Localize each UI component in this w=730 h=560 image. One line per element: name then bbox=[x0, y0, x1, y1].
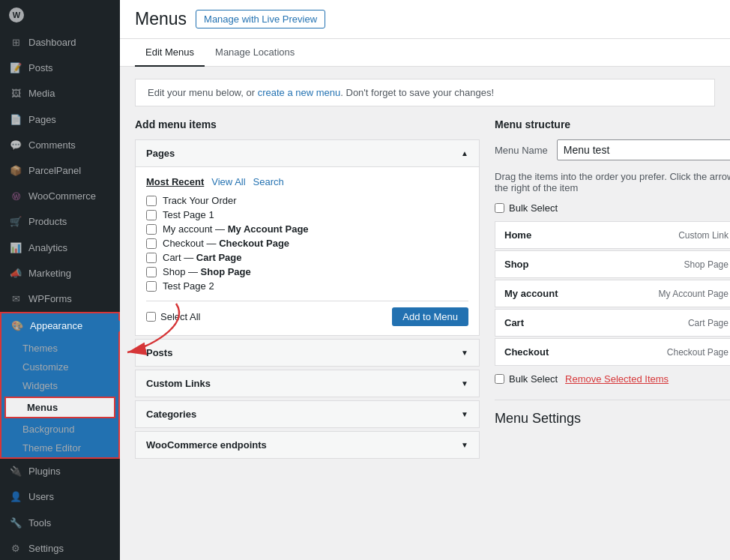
tab-manage-locations[interactable]: Manage Locations bbox=[205, 39, 305, 67]
sidebar: W ⊞ Dashboard 📝 Posts 🖼 Media 📄 Pages 💬 … bbox=[0, 0, 120, 560]
bottom-bulk-select-checkbox[interactable] bbox=[495, 374, 504, 384]
pages-accordion: Pages ▲ Most Recent View All Search Tra bbox=[135, 139, 480, 336]
page-label: Shop — Shop Page bbox=[163, 266, 251, 277]
sidebar-item-label: Products bbox=[28, 215, 67, 229]
pages-accordion-title: Pages bbox=[146, 148, 175, 159]
sidebar-item-pages[interactable]: 📄 Pages bbox=[0, 107, 120, 133]
info-text-after: . Don't forget to save your changes! bbox=[340, 87, 494, 98]
menu-item-cart-right: Cart Page ▼ bbox=[688, 318, 730, 328]
menu-name-label: Menu Name bbox=[495, 145, 548, 156]
custom-links-accordion: Custom Links ▼ bbox=[135, 370, 480, 397]
sidebar-item-comments[interactable]: 💬 Comments bbox=[0, 133, 120, 158]
tab-search[interactable]: Search bbox=[253, 176, 284, 187]
bottom-bulk-select-label[interactable]: Bulk Select bbox=[495, 373, 558, 385]
sidebar-item-tools[interactable]: 🔧 Tools bbox=[0, 511, 120, 536]
sidebar-item-media[interactable]: 🖼 Media bbox=[0, 81, 120, 106]
select-all-checkbox[interactable] bbox=[146, 312, 156, 322]
menu-settings-title: Menu Settings bbox=[495, 400, 730, 427]
info-bar: Edit your menu below, or create a new me… bbox=[135, 79, 715, 106]
create-menu-link[interactable]: create a new menu bbox=[258, 87, 341, 98]
sidebar-item-label: Tools bbox=[28, 517, 51, 530]
top-bulk-select-label[interactable]: Bulk Select bbox=[495, 202, 558, 214]
list-item[interactable]: Checkout — Checkout Page bbox=[146, 238, 468, 249]
sidebar-item-label: Media bbox=[28, 87, 55, 100]
sidebar-sub-menus-wrapper: Menus bbox=[4, 397, 115, 418]
sidebar-item-users[interactable]: 👤 Users bbox=[0, 484, 120, 510]
menu-item-my-account: My account My Account Page ▼ bbox=[495, 280, 730, 307]
sidebar-sub-widgets[interactable]: Widgets bbox=[1, 376, 118, 395]
woocommerce-accordion: WooCommerce endpoints ▼ bbox=[135, 431, 480, 459]
wp-logo: W bbox=[0, 0, 120, 30]
menu-item-my-account-right: My Account Page ▼ bbox=[659, 289, 730, 299]
page-checkbox-test-page-1[interactable] bbox=[146, 210, 157, 220]
sidebar-item-wpforms[interactable]: ✉ WPForms bbox=[0, 286, 120, 312]
add-to-menu-button[interactable]: Add to Menu bbox=[392, 307, 468, 326]
menu-item-checkout-right: Checkout Page ▼ bbox=[667, 347, 730, 358]
menu-item-shop-right: Shop Page ▼ bbox=[684, 259, 730, 270]
woo-icon: Ⓦ bbox=[9, 190, 22, 203]
page-label: My account — My Account Page bbox=[163, 223, 309, 235]
sidebar-item-dashboard[interactable]: ⊞ Dashboard bbox=[0, 30, 120, 55]
page-label: Checkout — Checkout Page bbox=[163, 238, 289, 249]
select-all-label[interactable]: Select All bbox=[146, 311, 200, 322]
woocommerce-accordion-header[interactable]: WooCommerce endpoints ▼ bbox=[136, 432, 479, 458]
sidebar-item-analytics[interactable]: 📊 Analytics bbox=[0, 235, 120, 261]
sidebar-item-appearance[interactable]: 🎨 Appearance bbox=[1, 313, 118, 339]
top-bulk-select-checkbox[interactable] bbox=[495, 203, 504, 213]
tab-most-recent[interactable]: Most Recent bbox=[146, 176, 204, 187]
woocommerce-chevron-down-icon: ▼ bbox=[461, 441, 468, 449]
list-item[interactable]: My account — My Account Page bbox=[146, 223, 468, 235]
comments-icon: 💬 bbox=[9, 139, 22, 152]
posts-accordion-header[interactable]: Posts ▼ bbox=[136, 340, 479, 366]
list-item[interactable]: Track Your Order bbox=[146, 195, 468, 206]
page-checkbox-test-page-2[interactable] bbox=[146, 281, 157, 292]
wp-icon: W bbox=[9, 7, 24, 22]
list-item[interactable]: Shop — Shop Page bbox=[146, 266, 468, 277]
posts-accordion: Posts ▼ bbox=[135, 339, 480, 367]
categories-chevron-down-icon: ▼ bbox=[461, 410, 468, 418]
sidebar-item-label: WPForms bbox=[28, 292, 72, 306]
remove-selected-link[interactable]: Remove Selected Items bbox=[565, 373, 669, 385]
custom-links-title: Custom Links bbox=[146, 378, 211, 389]
drag-hint: Drag the items into the order you prefer… bbox=[495, 171, 730, 193]
sidebar-sub-menus[interactable]: Menus bbox=[6, 398, 114, 417]
main-content: Menus Manage with Live Preview Edit Menu… bbox=[120, 0, 730, 560]
list-item[interactable]: Test Page 2 bbox=[146, 280, 468, 292]
sidebar-item-settings[interactable]: ⚙ Settings bbox=[0, 536, 120, 560]
page-checkbox-my-account[interactable] bbox=[146, 224, 157, 235]
sidebar-item-posts[interactable]: 📝 Posts bbox=[0, 55, 120, 81]
sidebar-item-marketing[interactable]: 📣 Marketing bbox=[0, 261, 120, 286]
pages-accordion-body: Most Recent View All Search Track Your O… bbox=[136, 167, 479, 335]
sidebar-sub-themes[interactable]: Themes bbox=[1, 339, 118, 358]
page-checkbox-cart[interactable] bbox=[146, 253, 157, 263]
list-item[interactable]: Test Page 1 bbox=[146, 209, 468, 220]
sidebar-sub-customize[interactable]: Customize bbox=[1, 358, 118, 376]
sidebar-item-plugins[interactable]: 🔌 Plugins bbox=[0, 459, 120, 484]
page-checkbox-track-order[interactable] bbox=[146, 196, 157, 206]
list-item[interactable]: Cart — Cart Page bbox=[146, 252, 468, 263]
posts-chevron-down-icon: ▼ bbox=[461, 349, 468, 357]
categories-accordion-header[interactable]: Categories ▼ bbox=[136, 401, 479, 427]
sidebar-sub-theme-editor[interactable]: Theme Editor bbox=[1, 439, 118, 457]
tab-view-all[interactable]: View All bbox=[211, 176, 245, 187]
menu-items-list: Home Custom Link ▼ Shop Shop Page ▼ bbox=[495, 221, 730, 366]
products-icon: 🛒 bbox=[9, 215, 22, 229]
sidebar-sub-background[interactable]: Background bbox=[1, 420, 118, 439]
menu-item-home-right: Custom Link ▼ bbox=[678, 230, 730, 241]
sidebar-item-products[interactable]: 🛒 Products bbox=[0, 209, 120, 235]
custom-links-accordion-header[interactable]: Custom Links ▼ bbox=[136, 370, 479, 397]
sidebar-item-parcelpanel[interactable]: 📦 ParcelPanel bbox=[0, 158, 120, 184]
sidebar-item-label: Users bbox=[28, 490, 54, 504]
tab-edit-menus[interactable]: Edit Menus bbox=[135, 39, 205, 67]
tabs-bar: Edit Menus Manage Locations bbox=[120, 39, 730, 67]
live-preview-button[interactable]: Manage with Live Preview bbox=[196, 10, 325, 28]
sidebar-item-woocommerce[interactable]: Ⓦ WooCommerce bbox=[0, 184, 120, 209]
sidebar-item-label: Dashboard bbox=[28, 36, 76, 49]
marketing-icon: 📣 bbox=[9, 267, 22, 280]
menu-name-row: Menu Name bbox=[495, 139, 730, 160]
page-checkbox-shop[interactable] bbox=[146, 267, 157, 277]
pages-accordion-header[interactable]: Pages ▲ bbox=[136, 140, 479, 167]
tools-icon: 🔧 bbox=[9, 517, 22, 530]
page-checkbox-checkout[interactable] bbox=[146, 238, 157, 249]
menu-name-input[interactable] bbox=[557, 139, 730, 160]
